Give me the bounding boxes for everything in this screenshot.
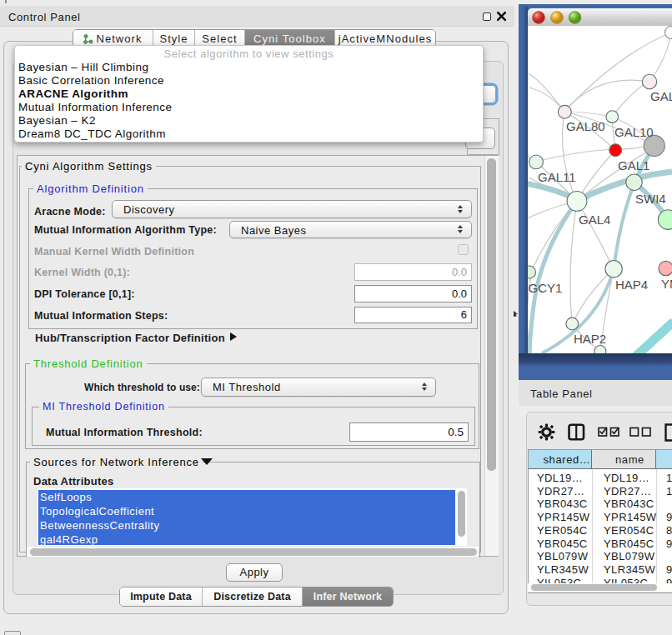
svg-text:GAL1: GAL1 xyxy=(618,158,649,172)
svg-text:GAL4: GAL4 xyxy=(579,212,610,227)
svg-text:GAL7: GAL7 xyxy=(650,89,672,103)
svg-text:GAL80: GAL80 xyxy=(566,119,605,133)
svg-text:GCY1: GCY1 xyxy=(529,281,563,295)
svg-text:YM: YM xyxy=(661,277,672,291)
svg-text:SWI4: SWI4 xyxy=(635,192,666,206)
svg-text:HAP4: HAP4 xyxy=(615,278,648,292)
svg-text:HAP2: HAP2 xyxy=(574,332,606,346)
svg-text:GAL11: GAL11 xyxy=(538,170,576,184)
svg-text:GAL10: GAL10 xyxy=(614,125,654,139)
